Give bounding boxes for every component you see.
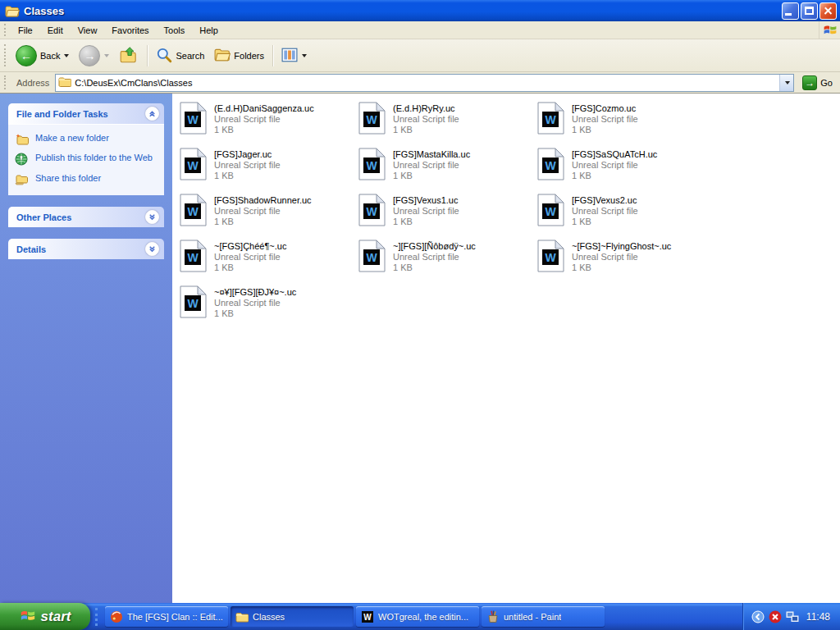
- file-type: Unreal Script file: [214, 114, 314, 125]
- file-type: Unreal Script file: [393, 160, 470, 171]
- task-buttons: The [FGS] Clan :: Edit... Classes W WOTg…: [105, 606, 739, 627]
- unreal-script-file-icon: W: [179, 102, 207, 135]
- file-item[interactable]: W [FGS]Jager.ucUnreal Script file1 KB: [179, 146, 358, 192]
- taskbar-drag-handle[interactable]: [95, 608, 100, 626]
- back-button[interactable]: ← Back: [11, 43, 74, 69]
- addressbar-drag-handle[interactable]: [4, 75, 8, 90]
- panel-header-file-folder-tasks[interactable]: File and Folder Tasks: [8, 103, 164, 124]
- unreal-script-file-icon: W: [536, 148, 564, 180]
- svg-text:W: W: [187, 297, 199, 310]
- file-list-area: W (E.d.H)DaniSaggenza.ucUnreal Script fi…: [172, 94, 840, 603]
- menu-edit[interactable]: Edit: [40, 23, 71, 38]
- file-size: 1 KB: [214, 171, 281, 181]
- file-name: [FGS]Cozmo.uc: [572, 103, 638, 114]
- folders-button[interactable]: Folders: [209, 45, 269, 66]
- menubar-drag-handle[interactable]: [4, 24, 8, 36]
- file-name: [FGS]Jager.uc: [214, 149, 281, 160]
- task-publish-folder-web[interactable]: Publish this folder to the Web: [15, 153, 158, 166]
- chevron-down-icon[interactable]: [145, 210, 159, 224]
- file-item[interactable]: W (E.d.H)DaniSaggenza.ucUnreal Script fi…: [179, 100, 358, 146]
- panel-details: Details: [8, 239, 164, 259]
- chevron-up-icon[interactable]: [145, 107, 159, 121]
- file-item[interactable]: W ~[FGS]Çhéé¶~.ucUnreal Script file1 KB: [179, 238, 358, 284]
- up-folder-icon: [119, 46, 139, 66]
- file-item[interactable]: W [FGS]SaSQuATcH.ucUnreal Script file1 K…: [536, 146, 715, 192]
- task-make-new-folder[interactable]: Make a new folder: [15, 133, 158, 145]
- file-item[interactable]: W [FGS]MastaKilla.ucUnreal Script file1 …: [358, 146, 536, 192]
- task-share-folder[interactable]: Share this folder: [15, 173, 158, 185]
- taskbar-item-browser[interactable]: The [FGS] Clan :: Edit...: [105, 606, 228, 627]
- menu-bar: File Edit View Favorites Tools Help: [0, 21, 840, 39]
- search-button[interactable]: Search: [151, 44, 209, 67]
- address-input[interactable]: C:\DeusEx\CmClans\Classes: [55, 74, 794, 92]
- paint-icon: [486, 610, 500, 623]
- unreal-script-file-icon: W: [536, 194, 564, 226]
- menu-help[interactable]: Help: [192, 23, 226, 38]
- tray-collapse-chevron-icon[interactable]: [751, 610, 765, 623]
- chevron-down-icon[interactable]: [145, 242, 159, 256]
- file-item[interactable]: W [FGS]ShadowRunner.ucUnreal Script file…: [179, 192, 358, 238]
- up-button[interactable]: [114, 43, 144, 68]
- file-item[interactable]: W ~¤¥][FGS][ÐJ¥¤~.ucUnreal Script file1 …: [179, 284, 358, 330]
- maximize-button[interactable]: [801, 2, 818, 20]
- publish-web-icon: [15, 153, 30, 166]
- toolbar-drag-handle[interactable]: [4, 44, 8, 66]
- panel-header-other-places[interactable]: Other Places: [8, 207, 164, 227]
- taskbar-item-classes[interactable]: Classes: [231, 606, 354, 627]
- address-folder-icon: [58, 76, 71, 89]
- minimize-icon: [785, 13, 792, 16]
- window-title: Classes: [24, 5, 782, 17]
- folder-open-icon: [5, 5, 20, 17]
- explorer-window: Classes File Edit View Favorites Tools H…: [0, 0, 840, 603]
- views-dropdown-icon: [302, 54, 307, 57]
- start-button[interactable]: start: [0, 603, 90, 630]
- unreal-script-file-icon: W: [179, 240, 207, 272]
- minimize-button[interactable]: [782, 2, 799, 20]
- file-name: ~[FGS]Çhéé¶~.uc: [214, 241, 286, 252]
- svg-text:W: W: [366, 205, 377, 218]
- file-type: Unreal Script file: [572, 114, 638, 125]
- address-dropdown-button[interactable]: [779, 75, 793, 91]
- unreal-script-file-icon: W: [358, 102, 386, 135]
- chevron-down-icon: [785, 81, 790, 84]
- forward-button[interactable]: →: [74, 43, 114, 69]
- title-bar: Classes: [0, 0, 840, 21]
- close-button[interactable]: [819, 2, 837, 20]
- tray-security-alert-icon[interactable]: [769, 610, 782, 623]
- unreal-script-file-icon: W: [536, 240, 564, 272]
- taskbar-clock[interactable]: 11:48: [806, 611, 830, 623]
- file-item[interactable]: W ~[FGS]~FlyingGhost~.ucUnreal Script fi…: [536, 238, 715, 284]
- views-button[interactable]: [276, 45, 312, 66]
- file-size: 1 KB: [572, 262, 671, 273]
- file-size: 1 KB: [214, 125, 314, 135]
- tray-network-icon[interactable]: [786, 610, 799, 623]
- svg-text:W: W: [366, 251, 377, 264]
- file-size: 1 KB: [393, 125, 459, 135]
- file-name: [FGS]MastaKilla.uc: [393, 149, 470, 160]
- menu-favorites[interactable]: Favorites: [104, 23, 156, 38]
- menu-file[interactable]: File: [11, 23, 40, 38]
- go-button[interactable]: → Go: [798, 74, 837, 92]
- file-size: 1 KB: [214, 217, 312, 227]
- file-size: 1 KB: [572, 125, 638, 135]
- file-item[interactable]: W (E.d.H)RyRy.ucUnreal Script file1 KB: [358, 100, 536, 146]
- windows-logo-icon: [819, 21, 840, 39]
- file-type: Unreal Script file: [572, 252, 671, 262]
- windows-flag-icon: [20, 609, 36, 624]
- file-name: [FGS]Vexus1.uc: [393, 195, 459, 206]
- menu-tools[interactable]: Tools: [157, 23, 193, 38]
- file-size: 1 KB: [572, 217, 638, 227]
- forward-dropdown-icon: [104, 54, 109, 57]
- file-item[interactable]: W [FGS]Cozmo.ucUnreal Script file1 KB: [536, 100, 715, 146]
- file-type: Unreal Script file: [393, 252, 476, 262]
- taskbar-item-wotgreal[interactable]: W WOTgreal, the editin...: [356, 606, 479, 627]
- go-arrow-icon: →: [802, 75, 817, 90]
- taskbar-item-paint[interactable]: untitled - Paint: [482, 606, 605, 627]
- panel-header-details[interactable]: Details: [8, 239, 164, 259]
- forward-icon: →: [79, 45, 100, 66]
- menu-view[interactable]: View: [71, 23, 105, 38]
- file-item[interactable]: W [FGS]Vexus1.ucUnreal Script file1 KB: [358, 192, 536, 238]
- file-item[interactable]: W ~][FGS][Ñôbødÿ~.ucUnreal Script file1 …: [358, 238, 536, 284]
- share-folder-icon: [15, 173, 30, 185]
- file-item[interactable]: W [FGS]Vexus2.ucUnreal Script file1 KB: [536, 192, 715, 238]
